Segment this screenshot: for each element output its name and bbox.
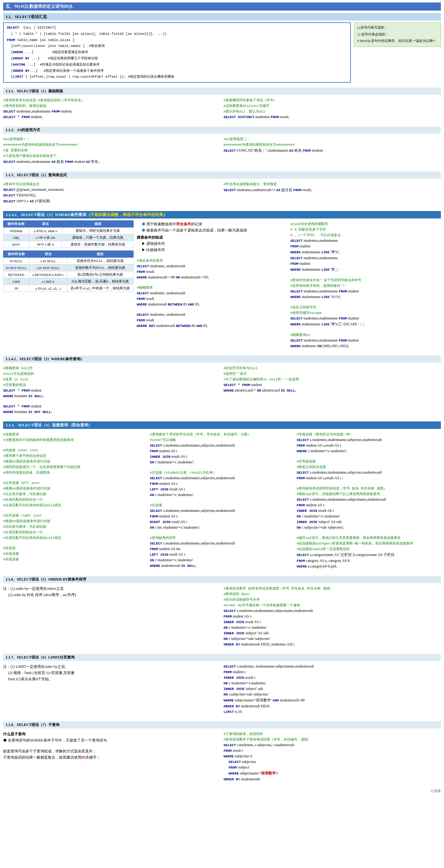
block-as-2: #as使用场景二： #########为查询结果取新的名字######### S…: [224, 135, 441, 155]
block-basic-2: #查看哪些同学参加了考试（学号） #去除重复项distinct关键字 #显示所有…: [224, 97, 441, 122]
logical-op-table: 操作符名称 语法 描述 AND&& a AND b, a&& b 逻辑与，同时为…: [3, 220, 134, 248]
subsection-1-1-3: 1.1.3、SELECT语法（2）查询表达式: [3, 172, 441, 179]
subsection-1-1-1: 1.1.1、SELECT语法（1）基础框架: [3, 88, 441, 95]
syntax-box-select: SELECT [ALL | DISTINCT] ( * | table.* | …: [3, 22, 351, 83]
subsection-1-1-6: 1.1.6、SELECT语法（5）ORDER BY按条件排序: [3, 576, 441, 583]
block-where-desc: 用于检索数据表中符合条件的记录 搜索条件可由一个或多个逻辑表达式组成，结果一般为…: [137, 220, 287, 330]
subsection-1-1-7: 1.1.7、SELECT语法（6）LIMIT分页查询: [3, 654, 441, 661]
block-expr-1: #查询中可以使用表达式 SELECT @@auto_increment_incr…: [3, 181, 221, 206]
block-like-ops: #like结合使用的通配符： # % 匹配任意多个字符 # _（一个字符），可以…: [290, 220, 441, 350]
block-null-2: #区别空字符串与null #使用空''表示 #为了保证数据的正确性将is nul…: [224, 365, 441, 395]
subsection-1-1-2: 1.1.2、AS的使用方式: [3, 126, 441, 134]
notes-box: [] 括号代表可选的； {} 括号代表必须的； # MySQL语句中的注释符，也…: [354, 22, 441, 47]
subsection-1-1-8: 1.1.8、SELECT语法（7）子查询: [3, 721, 441, 728]
block-as-1: #as使用场景一： #########为查询列或表取新的名字######### …: [3, 135, 221, 166]
main-title: 五、MySQL数据库的定义语句DQL: [3, 2, 441, 10]
subsection-1-1-5: 1.1.5、SELECT语法（4）连接查询（联合查询）: [3, 422, 441, 429]
block-basic-1: #查询所有学生的信息 #查询指定的列（学号和命名） #查询所有的列，效率比较低 …: [3, 97, 221, 122]
block-join-2: #查询参加了考试的学生信息（学号，学生姓名，科目编号，分数） #inner可以省…: [150, 431, 294, 570]
comparison-op-table: 操作符名称 语法 描述 IS NULL a IS NULL 若操作符为NULL，…: [3, 250, 134, 292]
block-limit-code: SELECT s.studentno, studentname,subjectn…: [224, 663, 441, 716]
page: 五、MySQL数据库的定义语句DQL 1.1、SELECT语法汇总 SELECT…: [0, 0, 444, 796]
block-subquery-code: #子查询的标准，由里到外 #查询高等数学子查询考试结果（学号，科目编号，成绩） …: [224, 730, 441, 784]
block-expr-2: #学员考试成绩集体提分，查询预览 SELECT studentno,studen…: [224, 181, 441, 195]
block-orderby-notes: 注：(1) order by一定使用在where之后 (2) order by …: [3, 585, 221, 600]
block-limit-notes: 注：(1) LIMIT一定使用在order by之后。 (2) 规律：limit…: [3, 663, 221, 684]
block-null-1: #模糊查询 null空 #null可法是错误的 #使用 is null #空变量…: [3, 365, 221, 416]
footer-brand: 亿滴课: [3, 789, 441, 794]
block-orderby-code: #查询高等数学 的所有考试试卷成绩（学号 学生姓名 科目名称 成绩） #降序排列…: [224, 585, 441, 649]
block-join-3: #等值连接（查询语法与内连接一样） SELECT s.studentno,stu…: [297, 431, 441, 571]
block-subquery-desc: 什么是子查询 ◆ 在查询语句的WHERE条件子句中，又嵌套了另一个查询语句 嵌套…: [3, 730, 221, 762]
subsection-1-1-4-2: 1.1.4.2、SELECT语法（3）WHERE条件查询2: [3, 355, 441, 363]
subsection-1-1: 1.1、SELECT语法汇总: [3, 13, 441, 21]
block-join-1: #连接查询 #当数据来自不同的标的时候需要用到连接查询 #内连接 inner j…: [3, 431, 147, 564]
subsection-1-1-4-1: 1.1.4.1、SELECT语法（3）WHERE条件查询（不能加聚合函数，筛选不…: [3, 211, 441, 218]
